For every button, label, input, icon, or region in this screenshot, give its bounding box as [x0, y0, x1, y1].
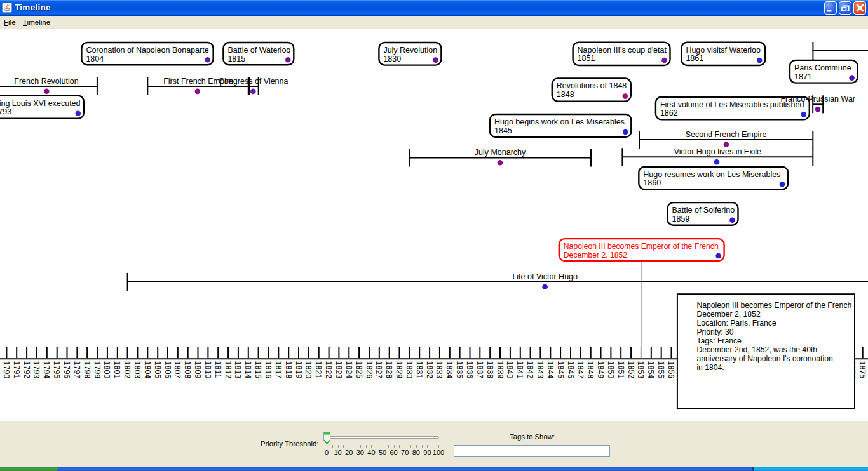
- svg-text:1859: 1859: [672, 215, 690, 223]
- svg-text:1794: 1794: [42, 361, 51, 379]
- svg-text:1850: 1850: [606, 361, 615, 379]
- svg-text:Hugo resumes work on Les Miser: Hugo resumes work on Les Miserables: [643, 170, 780, 179]
- svg-text:1820: 1820: [304, 361, 313, 379]
- svg-text:1847: 1847: [576, 361, 585, 379]
- svg-text:1861: 1861: [686, 54, 703, 63]
- svg-text:Priority: 30: Priority: 30: [696, 328, 733, 336]
- svg-text:1808: 1808: [183, 361, 192, 379]
- svg-text:1810: 1810: [203, 361, 212, 379]
- svg-text:1815: 1815: [227, 55, 245, 63]
- svg-text:1809: 1809: [193, 361, 202, 379]
- svg-text:1811: 1811: [214, 361, 222, 378]
- svg-text:Hugo begins work on Les Misera: Hugo begins work on Les Miserables: [494, 117, 625, 126]
- svg-text:1806: 1806: [163, 361, 172, 379]
- svg-text:1846: 1846: [566, 361, 575, 379]
- svg-text:July Revolution: July Revolution: [383, 46, 437, 55]
- svg-text:1800: 1800: [102, 361, 111, 379]
- svg-text:Paris Commune: Paris Commune: [794, 63, 851, 72]
- svg-text:1817: 1817: [274, 361, 283, 379]
- svg-text:Life of Victor Hugo: Life of Victor Hugo: [512, 272, 578, 281]
- svg-text:1837: 1837: [475, 361, 484, 379]
- svg-text:King Louis XVI executed: King Louis XVI executed: [0, 99, 81, 108]
- svg-text:1839: 1839: [496, 361, 505, 379]
- svg-text:French Revolution: French Revolution: [14, 77, 78, 86]
- svg-text:1848: 1848: [557, 90, 574, 99]
- svg-text:1821: 1821: [314, 361, 323, 379]
- svg-text:1836: 1836: [465, 361, 474, 379]
- svg-text:Coronation of Napoleon Bonapar: Coronation of Napoleon Bonaparte: [86, 46, 208, 55]
- svg-text:1842: 1842: [526, 361, 534, 379]
- svg-text:1792: 1792: [22, 361, 31, 379]
- svg-text:1804: 1804: [86, 55, 104, 63]
- svg-text:Napoleon III's coup d'etat: Napoleon III's coup d'etat: [578, 46, 667, 55]
- svg-text:1852: 1852: [627, 361, 635, 379]
- svg-text:1844: 1844: [546, 361, 555, 379]
- svg-text:1815: 1815: [254, 361, 262, 379]
- svg-text:1824: 1824: [344, 361, 353, 379]
- svg-text:1840: 1840: [505, 361, 514, 379]
- svg-text:Battle of Waterloo: Battle of Waterloo: [227, 46, 290, 55]
- svg-text:July Monarchy: July Monarchy: [475, 148, 526, 157]
- svg-text:Tags: France: Tags: France: [696, 336, 742, 345]
- svg-text:1845: 1845: [494, 126, 512, 135]
- svg-text:1843: 1843: [536, 361, 545, 379]
- svg-text:1871: 1871: [794, 72, 812, 81]
- svg-text:1795: 1795: [52, 361, 61, 379]
- svg-text:1801: 1801: [112, 361, 121, 379]
- svg-text:1812: 1812: [224, 361, 233, 379]
- svg-text:1802: 1802: [123, 361, 132, 379]
- svg-text:1827: 1827: [374, 361, 383, 379]
- svg-text:1860: 1860: [643, 178, 661, 187]
- svg-text:1814: 1814: [243, 361, 252, 379]
- svg-text:1813: 1813: [233, 361, 242, 379]
- svg-text:1832: 1832: [425, 361, 434, 379]
- svg-text:1830: 1830: [405, 361, 414, 379]
- svg-text:Hugo visitsf Waterloo: Hugo visitsf Waterloo: [686, 46, 761, 55]
- svg-text:1805: 1805: [153, 361, 162, 379]
- svg-text:1841: 1841: [515, 361, 524, 379]
- svg-text:1793: 1793: [32, 361, 41, 379]
- svg-text:1823: 1823: [334, 361, 343, 379]
- svg-text:1838: 1838: [485, 361, 494, 379]
- svg-text:1791: 1791: [12, 361, 21, 379]
- svg-text:1807: 1807: [173, 361, 182, 379]
- svg-text:1790: 1790: [2, 361, 11, 379]
- svg-text:Congress of Vienna: Congress of Vienna: [219, 77, 288, 86]
- svg-text:1834: 1834: [445, 361, 454, 379]
- svg-text:Revolutions of 1848: Revolutions of 1848: [557, 81, 627, 90]
- svg-text:Battle of Solferino: Battle of Solferino: [672, 206, 735, 215]
- svg-text:in 1804.: in 1804.: [696, 363, 724, 372]
- svg-text:1793: 1793: [0, 107, 11, 116]
- svg-text:1830: 1830: [383, 55, 401, 63]
- svg-text:1796: 1796: [62, 361, 71, 379]
- svg-text:1848: 1848: [586, 361, 595, 379]
- svg-text:1835: 1835: [455, 361, 464, 379]
- svg-text:1804: 1804: [143, 361, 152, 379]
- svg-text:1798: 1798: [83, 361, 92, 379]
- svg-text:1845: 1845: [556, 361, 565, 379]
- svg-text:1855: 1855: [656, 361, 665, 379]
- svg-text:December 2, 1852: December 2, 1852: [696, 310, 760, 319]
- svg-text:1849: 1849: [596, 361, 605, 379]
- svg-text:1799: 1799: [93, 361, 102, 379]
- svg-text:1826: 1826: [365, 361, 374, 379]
- svg-text:December 2, 1852: December 2, 1852: [564, 251, 627, 260]
- svg-text:1797: 1797: [72, 361, 81, 379]
- svg-text:1856: 1856: [667, 361, 675, 379]
- svg-text:anniversary of Napoleon I's co: anniversary of Napoleon I's coronoation: [696, 354, 832, 363]
- svg-text:1818: 1818: [284, 361, 293, 379]
- svg-text:1831: 1831: [415, 361, 424, 379]
- svg-text:Franco-Prussian War: Franco-Prussian War: [780, 95, 855, 103]
- svg-text:December 2nd, 1852, was the 40: December 2nd, 1852, was the 40th: [696, 345, 817, 354]
- svg-text:Victor Hugo lives in Exile: Victor Hugo lives in Exile: [674, 147, 761, 156]
- svg-text:1853: 1853: [636, 361, 645, 379]
- svg-text:1829: 1829: [395, 361, 403, 379]
- svg-text:1816: 1816: [264, 361, 273, 379]
- svg-text:1825: 1825: [355, 361, 363, 379]
- svg-text:Location: Paris, France: Location: Paris, France: [696, 319, 776, 328]
- svg-text:1851: 1851: [616, 361, 625, 379]
- svg-text:1862: 1862: [660, 109, 678, 117]
- svg-text:Second French Empire: Second French Empire: [686, 130, 767, 139]
- svg-text:Napoleon III becomes Emperor o: Napoleon III becomes Emperor of the Fren…: [696, 301, 851, 310]
- svg-text:1819: 1819: [294, 361, 303, 379]
